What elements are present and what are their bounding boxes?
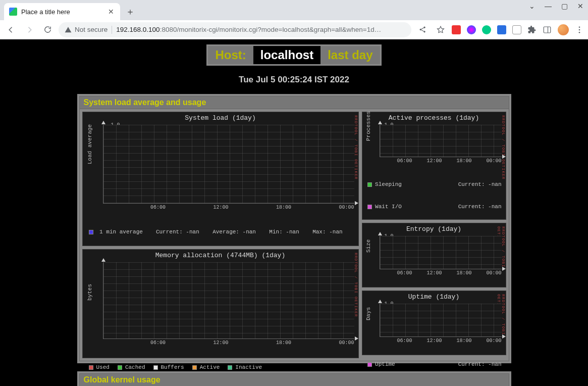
svg-point-1 [423,27,425,28]
graph-title: Entropy (1day) [362,223,506,234]
window-close-button[interactable]: ✕ [576,2,585,10]
panel-title: System load average and usage [79,96,509,109]
svg-point-2 [423,31,425,32]
arrow-right-icon [25,25,34,34]
extension-icon[interactable] [512,25,521,34]
extension-icon[interactable] [482,25,491,34]
rrdtool-watermark: RRDTOOL / TOBI OETIKER [501,115,506,180]
graph-title: Uptime (1day) [362,291,506,302]
graph-entropy[interactable]: RRDTOOL / TOBI OETIKER Entropy (1day) Si… [362,223,506,287]
caret-down-icon[interactable]: ⌄ [527,2,537,10]
x-ticks: 06:00 12:00 18:00 00:00 [103,205,354,210]
svg-rect-3 [544,27,551,33]
graph-active-processes[interactable]: RRDTOOL / TOBI OETIKER Active processes … [362,112,506,220]
rrdtool-watermark: RRDTOOL / TOBI OETIKER [354,115,358,180]
graph-system-load[interactable]: RRDTOOL / TOBI OETIKER System load (1day… [82,112,359,246]
x-ticks: 06:00 12:00 18:00 00:00 [383,338,502,344]
insecure-label: Not secure [75,26,108,33]
y-axis-label: bytes [87,284,93,301]
when-value: last day [320,46,380,64]
svg-point-6 [579,29,580,30]
page-viewport: Host: localhost last day Tue Jul 5 00:25… [0,39,588,386]
extension-icon[interactable] [452,25,461,34]
browser-tab[interactable]: Place a title here ✕ [4,3,120,20]
extensions-icon[interactable] [527,25,537,34]
y-axis-label: Days [365,307,371,320]
x-ticks: 06:00 12:00 18:00 00:00 [383,270,502,276]
y-axis-label: Processes [365,111,371,141]
host-banner: Host: localhost last day [206,44,381,66]
share-button[interactable] [415,23,430,37]
graph-title: System load (1day) [83,112,358,123]
reload-button[interactable] [40,23,55,37]
graph-title: Memory allocation (4744MB) (1day) [83,250,358,260]
graph-legend: UptimeCurrent: -nan [362,345,506,385]
arrow-left-icon [7,25,16,34]
graph-uptime[interactable]: RRDTOOL / TOBI OETIKER Uptime (1day) Day… [362,291,506,355]
warning-icon [65,26,72,33]
extension-icons [452,24,584,35]
graph-title: Active processes (1day) [362,112,506,123]
x-ticks: 06:00 12:00 18:00 00:00 [383,158,502,164]
timestamp: Tue Jul 5 00:25:24 IST 2022 [0,75,588,85]
extension-icon[interactable] [497,25,506,34]
panel-system-load: System load average and usage RRDTOOL / … [77,94,511,363]
profile-avatar[interactable] [558,24,569,35]
url-text: 192.168.0.100:8080/monitorix-cgi/monitor… [116,26,381,33]
forward-button[interactable] [22,23,36,37]
svg-point-0 [419,29,421,30]
favicon-icon [9,8,17,16]
graph-legend: Used Cached Buffers Active Inactive [83,347,358,386]
share-icon [418,25,427,34]
window-maximize-button[interactable]: ▢ [560,2,569,10]
host-value: localhost [253,46,320,64]
tab-close-button[interactable]: ✕ [107,8,115,16]
browser-toolbar: Not secure 192.168.0.100:8080/monitorix-… [0,20,588,39]
svg-point-7 [579,31,580,33]
rrdtool-watermark: RRDTOOL / TOBI OETIKER [354,253,358,317]
graph-memory[interactable]: RRDTOOL / TOBI OETIKER Memory allocation… [82,249,359,358]
separator [112,26,112,34]
side-panel-icon[interactable] [543,25,552,34]
x-ticks: 06:00 12:00 18:00 00:00 [103,340,354,346]
y-axis-label: Load average [87,124,93,164]
svg-point-5 [579,26,580,28]
address-bar[interactable]: Not secure 192.168.0.100:8080/monitorix-… [59,22,411,37]
menu-icon[interactable] [575,25,584,34]
window-minimize-button[interactable]: — [544,2,553,10]
y-axis-label: Size [365,239,371,253]
new-tab-button[interactable]: ＋ [123,5,137,19]
host-label: Host: [208,46,253,64]
browser-titlebar: Place a title here ✕ ＋ ⌄ — ▢ ✕ [0,0,588,20]
reload-icon [43,25,52,34]
back-button[interactable] [4,23,18,37]
star-icon [436,25,445,34]
bookmark-button[interactable] [434,23,448,37]
tab-title: Place a title here [21,8,70,16]
insecure-indicator[interactable]: Not secure [65,26,108,33]
extension-icon[interactable] [467,25,476,34]
